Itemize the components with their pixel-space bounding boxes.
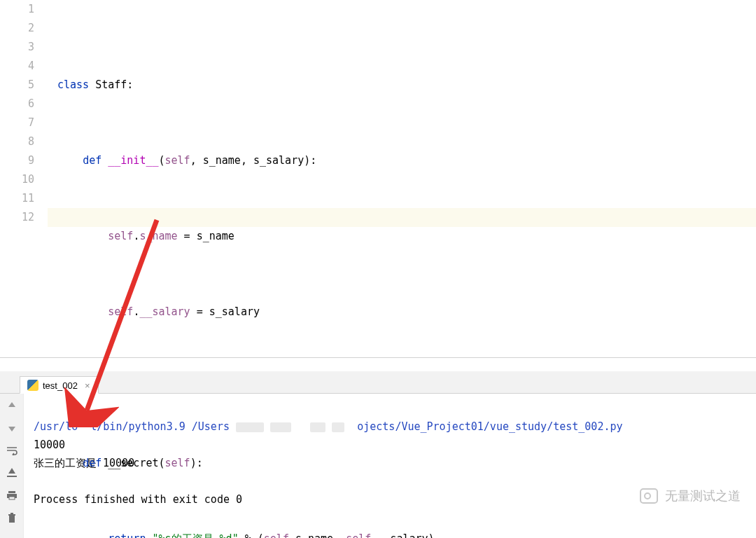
code-line[interactable]: class Staff:: [57, 76, 756, 95]
down-arrow-icon[interactable]: [4, 420, 20, 436]
line-number: 11: [0, 189, 34, 208]
code-area[interactable]: class Staff: def __init__(self, s_name, …: [48, 0, 756, 357]
print-icon[interactable]: [4, 488, 20, 503]
watermark: 无量测试之道: [640, 488, 741, 504]
svg-rect-6: [10, 513, 13, 514]
line-number: 6: [0, 95, 34, 113]
line-number: 3: [0, 38, 34, 57]
svg-rect-3: [9, 497, 15, 499]
line-number: 5: [0, 76, 34, 95]
line-number: 10: [0, 170, 34, 189]
line-number: 12: [0, 208, 34, 227]
line-number: 8: [0, 132, 34, 151]
code-editor[interactable]: 1 2 3 4 5 6 7 8 9 10 11 12 class Staff: …: [0, 0, 756, 357]
soft-wrap-icon[interactable]: [4, 443, 20, 458]
line-number-gutter: 1 2 3 4 5 6 7 8 9 10 11 12: [0, 0, 48, 357]
console-exit-line: Process finished with exit code 0: [34, 493, 242, 506]
run-command-line: /usr/loxxl/bin/python3.9 /Users ojects/V…: [34, 420, 623, 433]
line-number: 1: [0, 0, 34, 19]
line-number: 2: [0, 19, 34, 38]
trash-icon[interactable]: [4, 510, 20, 525]
code-line[interactable]: self.s_name = s_name: [57, 227, 756, 246]
python-file-icon: [27, 380, 38, 391]
watermark-text: 无量测试之道: [665, 488, 741, 504]
svg-rect-1: [8, 491, 15, 493]
run-tool-column: [0, 394, 24, 538]
active-line-highlight: [48, 208, 756, 227]
code-line[interactable]: def __init__(self, s_name, s_salary):: [57, 151, 756, 170]
scroll-to-end-icon[interactable]: [4, 465, 20, 481]
svg-rect-5: [9, 516, 15, 523]
svg-rect-4: [8, 514, 15, 516]
console-line: 10000: [34, 439, 65, 451]
svg-rect-0: [7, 476, 17, 477]
line-number: 9: [0, 151, 34, 170]
line-number: 7: [0, 113, 34, 132]
panel-separator[interactable]: [0, 357, 756, 371]
code-line[interactable]: self.__salary = s_salary: [57, 303, 756, 322]
up-arrow-icon[interactable]: [4, 398, 20, 413]
line-number: 4: [0, 57, 34, 76]
wechat-icon: [640, 488, 658, 504]
